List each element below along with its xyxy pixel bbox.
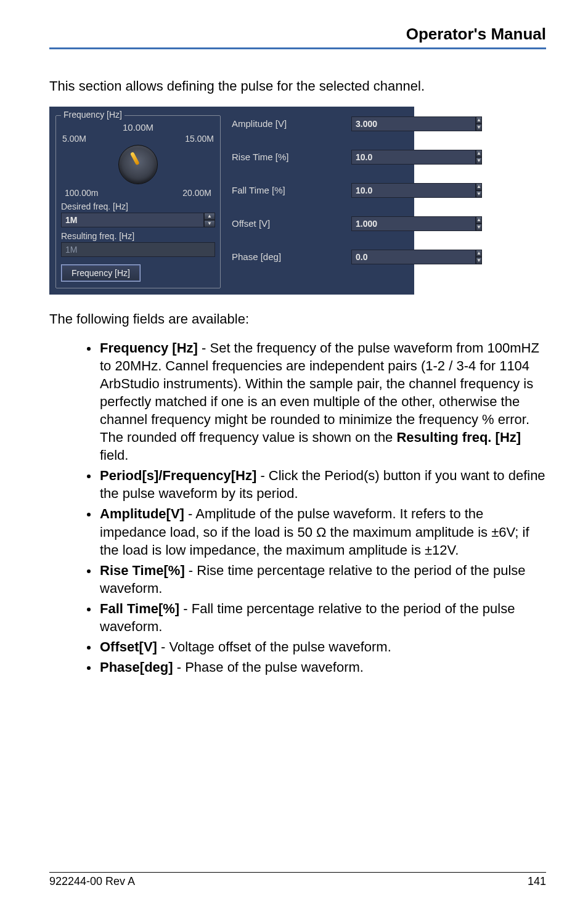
parameters-group: Amplitude [V] ▲ ▼ Rise Time [%] ▲ ▼ <box>232 110 408 288</box>
list-item: Frequency [Hz] - Set the frequency of th… <box>99 339 546 464</box>
list-item: Offset[V] - Voltage offset of the pulse … <box>99 638 546 656</box>
spinner-down-icon[interactable]: ▼ <box>476 257 482 264</box>
list-item: Fall Time[%] - Fall time percentage rela… <box>99 600 546 635</box>
phase-term: Phase[deg] <box>100 659 173 675</box>
spinner-up-icon[interactable]: ▲ <box>476 116 482 124</box>
offset-term: Offset[V] <box>100 639 157 654</box>
list-item: Phase[deg] - Phase of the pulse waveform… <box>99 658 546 676</box>
frequency-toggle-button[interactable]: Frequency [Hz] <box>61 264 141 282</box>
phase-input[interactable] <box>351 250 476 264</box>
fall-time-input[interactable] <box>351 183 476 198</box>
frequency-group: Frequency [Hz] 10.00M 5.00M 15.00M 100.0… <box>55 110 221 288</box>
list-item: Period[s]/Frequency[Hz] - Click the Peri… <box>99 467 546 502</box>
desired-freq-input[interactable] <box>61 213 204 227</box>
scale-max-label: 20.00M <box>182 188 211 198</box>
offset-spinner[interactable]: ▲ ▼ <box>476 216 482 231</box>
fall-time-label: Fall Time [%] <box>232 185 345 195</box>
desired-freq-spinner[interactable]: ▲ ▼ <box>204 213 215 227</box>
offset-label: Offset [V] <box>232 218 345 229</box>
resulting-freq-term: Resulting freq. [Hz] <box>396 430 521 445</box>
spinner-down-icon[interactable]: ▼ <box>476 224 482 231</box>
phase-spinner[interactable]: ▲ ▼ <box>476 250 482 264</box>
dial-current-value: 10.00M <box>61 122 215 132</box>
intro-text: This section allows defining the pulse f… <box>49 78 546 96</box>
scale-min-label: 100.00m <box>65 188 98 198</box>
phase-desc: - Phase of the pulse waveform. <box>173 659 364 675</box>
spinner-down-icon[interactable]: ▼ <box>476 157 482 165</box>
spinner-up-icon[interactable]: ▲ <box>476 216 482 224</box>
following-text: The following fields are available: <box>49 311 546 328</box>
list-item: Rise Time[%] - Rise time percentage rela… <box>99 561 546 597</box>
rise-time-label: Rise Time [%] <box>232 152 345 162</box>
fall-time-term: Fall Time[%] <box>100 601 179 616</box>
spinner-up-icon[interactable]: ▲ <box>476 150 482 157</box>
amplitude-spinner[interactable]: ▲ ▼ <box>476 116 482 131</box>
field-description-list: Frequency [Hz] - Set the frequency of th… <box>49 339 546 676</box>
frequency-desc-tail: field. <box>100 447 128 463</box>
period-term: Period[s]/Frequency[Hz] <box>100 468 256 483</box>
resulting-freq-label: Resulting freq. [Hz] <box>61 231 215 241</box>
page-footer: 922244-00 Rev A 141 <box>49 872 546 888</box>
rise-time-input[interactable] <box>351 150 476 165</box>
phase-label: Phase [deg] <box>232 251 345 262</box>
amplitude-input[interactable] <box>351 116 476 131</box>
resulting-freq-output <box>61 242 215 257</box>
list-item: Amplitude[V] - Amplitude of the pulse wa… <box>99 505 546 558</box>
offset-desc: - Voltage offset of the pulse waveform. <box>157 639 391 654</box>
fall-time-spinner[interactable]: ▲ ▼ <box>476 183 482 198</box>
spinner-up-icon[interactable]: ▲ <box>476 183 482 190</box>
rise-time-spinner[interactable]: ▲ ▼ <box>476 150 482 165</box>
header-rule <box>49 47 546 49</box>
footer-rule <box>49 872 546 873</box>
spinner-down-icon[interactable]: ▼ <box>476 190 482 198</box>
spinner-up-icon[interactable]: ▲ <box>476 250 482 257</box>
header-title: Operator's Manual <box>49 25 546 44</box>
dial-indicator <box>130 152 140 165</box>
dial-max-label: 15.00M <box>185 134 214 144</box>
spinner-up-icon[interactable]: ▲ <box>204 213 215 220</box>
dial-min-label: 5.00M <box>62 134 86 144</box>
offset-input[interactable] <box>351 216 476 231</box>
frequency-fieldset: Frequency [Hz] 10.00M 5.00M 15.00M 100.0… <box>55 115 221 288</box>
pulse-settings-panel: Frequency [Hz] 10.00M 5.00M 15.00M 100.0… <box>49 107 414 295</box>
frequency-dial[interactable] <box>118 145 158 184</box>
rise-time-term: Rise Time[%] <box>100 563 185 578</box>
spinner-down-icon[interactable]: ▼ <box>204 220 215 227</box>
amplitude-term: Amplitude[V] <box>100 506 184 521</box>
footer-rev: 922244-00 Rev A <box>49 875 135 888</box>
frequency-term: Frequency [Hz] <box>100 340 198 356</box>
footer-page-number: 141 <box>528 875 546 888</box>
spinner-down-icon[interactable]: ▼ <box>476 124 482 131</box>
frequency-legend: Frequency [Hz] <box>61 110 125 120</box>
amplitude-label: Amplitude [V] <box>232 118 345 129</box>
desired-freq-label: Desired freq. [Hz] <box>61 202 215 211</box>
